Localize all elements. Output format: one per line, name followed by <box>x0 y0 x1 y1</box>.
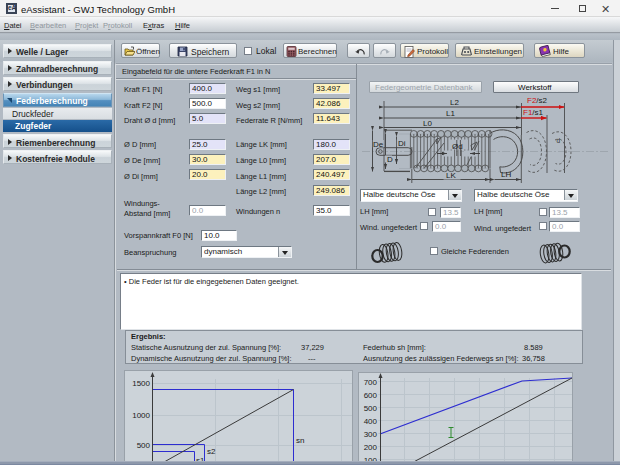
svg-text:1500: 1500 <box>132 379 150 388</box>
svg-text:L1: L1 <box>446 109 455 118</box>
svg-text:1000: 1000 <box>132 411 150 420</box>
svg-text:sn: sn <box>296 436 304 445</box>
svg-text:De: De <box>373 140 384 149</box>
svg-text:500: 500 <box>364 404 378 413</box>
svg-text:600: 600 <box>364 391 378 400</box>
svg-text:F1/s1: F1/s1 <box>523 108 544 117</box>
svg-text:300: 300 <box>364 430 378 439</box>
svg-text:LK: LK <box>446 171 456 180</box>
svg-text:Di: Di <box>398 139 406 148</box>
svg-text:Ød: Ød <box>452 142 463 151</box>
svg-text:s2: s2 <box>207 447 216 456</box>
svg-text:LH: LH <box>501 170 511 179</box>
svg-text:700: 700 <box>364 378 378 387</box>
svg-text:L2: L2 <box>450 98 459 107</box>
svg-text:500: 500 <box>137 441 151 450</box>
svg-text:D: D <box>387 155 393 164</box>
svg-text:400: 400 <box>364 417 378 426</box>
svg-text:L0: L0 <box>423 119 432 128</box>
svg-text:d: d <box>557 137 561 144</box>
svg-text:F2/s2: F2/s2 <box>527 96 548 105</box>
svg-text:200: 200 <box>364 443 378 452</box>
